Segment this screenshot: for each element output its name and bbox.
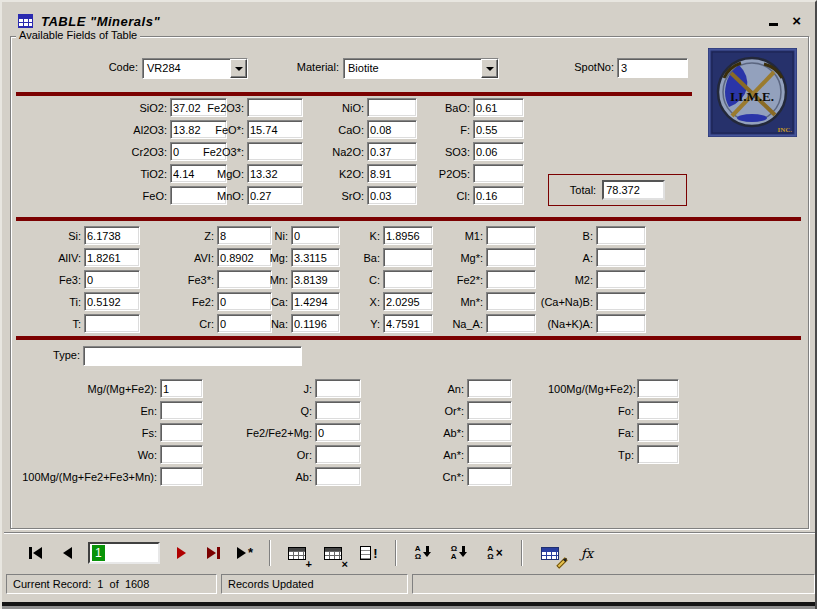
field-input[interactable] xyxy=(637,401,679,420)
code-dropdown-button[interactable] xyxy=(230,59,247,78)
field-input[interactable] xyxy=(596,248,646,267)
field-label: Na2O: xyxy=(302,146,364,158)
field-input[interactable] xyxy=(291,314,340,333)
cancel-sort-button[interactable]: AΩ × xyxy=(482,540,508,566)
field-input[interactable] xyxy=(247,120,303,139)
field-input[interactable] xyxy=(160,445,203,464)
field-input[interactable] xyxy=(473,98,524,117)
sort-descending-button[interactable]: ΩA xyxy=(446,540,472,566)
field-label: Or: xyxy=(244,449,312,461)
field-input[interactable] xyxy=(247,98,303,117)
field-input[interactable] xyxy=(467,423,512,442)
field-label: Fo: xyxy=(548,405,634,417)
total-input[interactable] xyxy=(602,180,665,200)
field-input[interactable] xyxy=(84,248,140,267)
field-label: X: xyxy=(334,296,380,308)
field-row: Ni: xyxy=(252,226,340,245)
field-input[interactable] xyxy=(596,314,646,333)
field-label: An: xyxy=(414,383,464,395)
field-input[interactable] xyxy=(473,186,524,205)
field-label: 100Mg/(Mg+Fe2): xyxy=(548,383,634,395)
field-row: Or*: xyxy=(414,401,512,420)
field-input[interactable] xyxy=(84,314,140,333)
field-input[interactable] xyxy=(160,401,203,420)
insert-record-button[interactable]: * xyxy=(234,540,256,566)
field-input[interactable] xyxy=(160,379,203,398)
separator-line-2 xyxy=(16,217,801,221)
field-input[interactable] xyxy=(383,292,433,311)
field-input[interactable] xyxy=(467,379,512,398)
field-input[interactable] xyxy=(247,142,303,161)
field-input[interactable] xyxy=(637,445,679,464)
field-row: 100Mg/(Mg+Fe2): xyxy=(548,379,679,398)
insert-record-icon: * xyxy=(237,547,253,559)
field-input[interactable] xyxy=(247,164,303,183)
field-label: Ba: xyxy=(334,252,380,264)
field-input[interactable] xyxy=(467,467,512,486)
field-input[interactable] xyxy=(247,186,303,205)
field-input[interactable] xyxy=(315,423,361,442)
field-input[interactable] xyxy=(473,142,524,161)
field-label: K: xyxy=(334,230,380,242)
field-label: F: xyxy=(415,124,470,136)
field-input[interactable] xyxy=(473,164,524,183)
field-input[interactable] xyxy=(383,226,433,245)
field-label: M2: xyxy=(526,274,593,286)
material-dropdown-button[interactable] xyxy=(481,59,498,78)
field-input[interactable] xyxy=(367,186,417,205)
material-combobox[interactable]: Biotite xyxy=(343,58,499,79)
field-input[interactable] xyxy=(367,164,417,183)
post-edit-button[interactable]: ! xyxy=(356,540,382,566)
field-input[interactable] xyxy=(596,292,646,311)
field-input[interactable] xyxy=(473,120,524,139)
field-input[interactable] xyxy=(467,445,512,464)
field-input[interactable] xyxy=(367,142,417,161)
field-input[interactable] xyxy=(467,401,512,420)
add-record-button[interactable]: + xyxy=(284,540,310,566)
field-input[interactable] xyxy=(315,379,361,398)
field-input[interactable] xyxy=(383,314,433,333)
formula-column-3: Ni: Mg: Mn: Ca: Na: xyxy=(252,226,340,336)
field-input[interactable] xyxy=(291,226,340,245)
field-input[interactable] xyxy=(84,226,140,245)
field-input[interactable] xyxy=(291,270,340,289)
field-input[interactable] xyxy=(291,248,340,267)
field-row: An: xyxy=(414,379,512,398)
function-button[interactable]: ƒx xyxy=(574,540,600,566)
edit-record-button[interactable] xyxy=(536,540,564,566)
field-input[interactable] xyxy=(637,423,679,442)
field-input[interactable] xyxy=(383,248,433,267)
field-input[interactable] xyxy=(160,423,203,442)
field-row: NiO: xyxy=(302,98,417,117)
field-input[interactable] xyxy=(367,98,417,117)
first-record-button[interactable] xyxy=(24,540,46,566)
field-input[interactable] xyxy=(367,120,417,139)
sort-ascending-button[interactable]: AΩ xyxy=(410,540,436,566)
field-input[interactable] xyxy=(84,292,140,311)
field-label: Z: xyxy=(154,230,214,242)
field-input[interactable] xyxy=(315,467,361,486)
field-input[interactable] xyxy=(315,401,361,420)
field-input[interactable] xyxy=(383,270,433,289)
minimize-button[interactable] xyxy=(768,14,780,28)
delete-record-button[interactable]: × xyxy=(320,540,346,566)
field-input[interactable] xyxy=(637,379,679,398)
type-input[interactable] xyxy=(83,346,302,366)
field-input[interactable] xyxy=(315,445,361,464)
record-number-input[interactable]: 1 xyxy=(88,542,160,564)
field-input[interactable] xyxy=(596,226,646,245)
spotno-input[interactable] xyxy=(617,58,688,78)
code-combobox[interactable]: VR284 xyxy=(142,58,248,79)
field-input[interactable] xyxy=(596,270,646,289)
toolbar-separator xyxy=(395,540,397,566)
field-input[interactable] xyxy=(160,467,203,486)
last-record-button[interactable] xyxy=(202,540,224,566)
material-label: Material: xyxy=(260,61,339,73)
prior-record-button[interactable] xyxy=(56,540,78,566)
next-record-button[interactable] xyxy=(170,540,192,566)
field-input[interactable] xyxy=(291,292,340,311)
field-input[interactable] xyxy=(84,270,140,289)
close-button[interactable]: × xyxy=(792,14,801,28)
spotno-label: SpotNo: xyxy=(554,61,614,73)
field-label: Fs: xyxy=(22,427,157,439)
